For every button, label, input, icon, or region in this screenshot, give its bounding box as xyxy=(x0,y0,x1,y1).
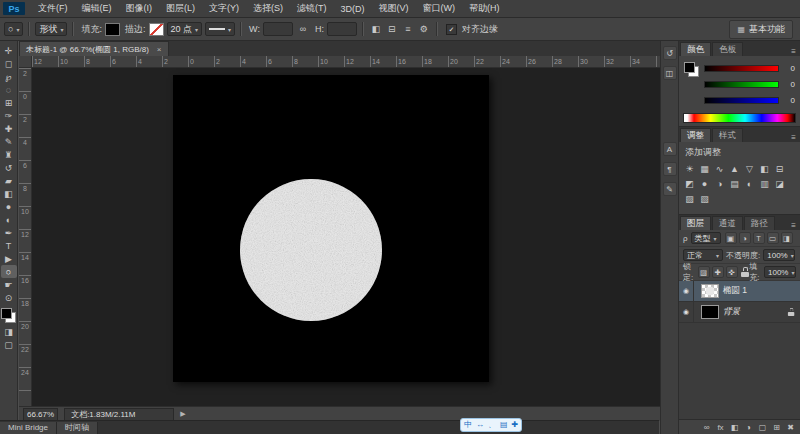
path-arrangement-icon[interactable]: ≡ xyxy=(401,22,415,36)
menu-image[interactable]: 图像(I) xyxy=(119,0,160,17)
new-group-icon[interactable]: ▢ xyxy=(758,423,767,432)
character-panel-icon[interactable]: A xyxy=(663,142,677,156)
foreground-background-swatch[interactable] xyxy=(684,62,699,77)
width-input[interactable] xyxy=(263,22,293,36)
filter-smart-objects-icon[interactable]: ◨ xyxy=(781,232,793,244)
opacity-dropdown[interactable]: 100% ▾ xyxy=(763,249,795,261)
eraser-tool[interactable]: ▰ xyxy=(1,174,17,187)
quick-selection-tool[interactable]: ◌ xyxy=(1,83,17,96)
layer-thumbnail[interactable] xyxy=(701,284,719,298)
quick-mask-icon[interactable]: ◨ xyxy=(1,325,17,338)
blend-mode-dropdown[interactable]: 正常 ▾ xyxy=(683,249,723,261)
tab-channels[interactable]: 通道 xyxy=(712,216,743,230)
menu-window[interactable]: 窗口(W) xyxy=(416,0,463,17)
new-layer-icon[interactable]: ⊞ xyxy=(772,423,781,432)
layer-row-ellipse[interactable]: ◉ 椭圆 1 xyxy=(679,281,800,302)
menu-3d[interactable]: 3D(D) xyxy=(334,0,372,17)
hue-saturation-icon[interactable]: ◧ xyxy=(758,162,771,175)
visibility-eye-icon[interactable]: ◉ xyxy=(683,287,689,295)
height-input[interactable] xyxy=(327,22,357,36)
ime-settings-icon[interactable]: ✚ xyxy=(512,421,519,429)
noisy-ellipse-shape[interactable] xyxy=(239,178,383,322)
blur-tool[interactable]: ● xyxy=(1,200,17,213)
black-white-icon[interactable]: ◩ xyxy=(683,177,696,190)
stroke-width-dropdown[interactable]: 20 点 ▾ xyxy=(167,22,203,36)
photo-filter-icon[interactable]: ● xyxy=(698,177,711,190)
zoom-level-field[interactable]: 66.67% xyxy=(23,408,58,421)
eyedropper-tool[interactable]: ✑ xyxy=(1,109,17,122)
marquee-tool[interactable]: ◻ xyxy=(1,57,17,70)
fill-opacity-dropdown[interactable]: 100% ▾ xyxy=(764,266,796,278)
workspace-switcher[interactable]: ▦ 基本功能 xyxy=(729,20,793,39)
visibility-eye-icon[interactable]: ◉ xyxy=(683,308,689,316)
channel-mixer-icon[interactable]: ◑ xyxy=(713,177,726,190)
history-brush-tool[interactable]: ↺ xyxy=(1,161,17,174)
fill-swatch[interactable] xyxy=(105,23,120,36)
layer-style-icon[interactable]: fx xyxy=(716,423,725,432)
layer-mask-icon[interactable]: ◧ xyxy=(730,423,739,432)
canvas[interactable] xyxy=(173,75,489,382)
tool-preset-picker[interactable]: ○ ▾ xyxy=(4,22,23,36)
color-lookup-icon[interactable]: ▤ xyxy=(728,177,741,190)
link-dimensions-icon[interactable]: ∞ xyxy=(296,22,310,36)
menu-file[interactable]: 文件(F) xyxy=(31,0,75,17)
filter-type-dropdown[interactable]: 类型 ▾ xyxy=(691,232,721,244)
screen-mode-icon[interactable]: ▢ xyxy=(1,338,17,351)
menu-filter[interactable]: 滤镜(T) xyxy=(290,0,334,17)
lock-all-icon[interactable] xyxy=(741,267,747,277)
lock-pixels-icon[interactable]: ✚ xyxy=(712,266,724,278)
ellipse-tool[interactable]: ○ xyxy=(1,265,17,278)
link-layers-icon[interactable]: ∞ xyxy=(702,423,711,432)
gradient-tool[interactable]: ◧ xyxy=(1,187,17,200)
vibrance-icon[interactable]: ▽ xyxy=(743,162,756,175)
gradient-map-icon[interactable]: ▨ xyxy=(683,192,696,205)
menu-help[interactable]: 帮助(H) xyxy=(462,0,507,17)
tab-layers[interactable]: 图层 xyxy=(680,216,711,230)
crop-tool[interactable]: ⊞ xyxy=(1,96,17,109)
status-arrow-icon[interactable]: ▶ xyxy=(180,410,185,418)
layer-thumbnail[interactable] xyxy=(701,305,719,319)
stroke-swatch[interactable] xyxy=(149,23,164,36)
foreground-color-swatch[interactable] xyxy=(1,308,12,319)
invert-icon[interactable]: ◐ xyxy=(743,177,756,190)
pen-tool[interactable]: ✒ xyxy=(1,226,17,239)
ruler-corner[interactable] xyxy=(19,56,32,68)
delete-layer-icon[interactable]: ✖ xyxy=(786,423,795,432)
gear-icon[interactable]: ⚙ xyxy=(417,22,431,36)
panel-menu-icon[interactable]: ≡ xyxy=(791,133,800,142)
close-icon[interactable]: × xyxy=(157,45,162,54)
layer-row-background[interactable]: ◉ 背景 xyxy=(679,302,800,323)
layer-name[interactable]: 背景 xyxy=(723,306,740,318)
lock-transparency-icon[interactable]: ▨ xyxy=(698,266,710,278)
selective-color-icon[interactable]: ▧ xyxy=(698,192,711,205)
filter-shape-layers-icon[interactable]: ▭ xyxy=(767,232,779,244)
levels-icon[interactable]: ▦ xyxy=(698,162,711,175)
tab-styles[interactable]: 样式 xyxy=(712,128,743,142)
foreground-background-colors[interactable] xyxy=(1,308,16,323)
adjustment-layer-icon[interactable]: ◑ xyxy=(744,423,753,432)
lasso-tool[interactable]: ℘ xyxy=(1,70,17,83)
menu-layer[interactable]: 图层(L) xyxy=(159,0,202,17)
red-slider[interactable] xyxy=(704,65,779,72)
pasteboard[interactable] xyxy=(32,68,660,406)
dodge-tool[interactable]: ◐ xyxy=(1,213,17,226)
color-balance-icon[interactable]: ⊟ xyxy=(773,162,786,175)
ime-width-mode-icon[interactable]: ↔ xyxy=(476,421,484,429)
threshold-icon[interactable]: ◪ xyxy=(773,177,786,190)
lock-position-icon[interactable]: ✜ xyxy=(726,266,738,278)
menu-view[interactable]: 视图(V) xyxy=(372,0,416,17)
brush-tool[interactable]: ✎ xyxy=(1,135,17,148)
menu-select[interactable]: 选择(S) xyxy=(246,0,290,17)
exposure-icon[interactable]: ▲ xyxy=(728,162,741,175)
filter-pixel-layers-icon[interactable]: ▣ xyxy=(725,232,737,244)
history-panel-icon[interactable]: ↺ xyxy=(663,46,677,60)
green-slider[interactable] xyxy=(704,81,779,88)
curves-icon[interactable]: ∿ xyxy=(713,162,726,175)
filter-type-layers-icon[interactable]: T xyxy=(753,232,765,244)
hand-tool[interactable]: ☛ xyxy=(1,278,17,291)
clone-stamp-tool[interactable]: ♜ xyxy=(1,148,17,161)
tool-mode-dropdown[interactable]: 形状 ▾ xyxy=(35,22,67,36)
filter-search-icon[interactable]: ρ xyxy=(683,234,688,243)
zoom-tool[interactable]: ⊙ xyxy=(1,291,17,304)
panel-menu-icon[interactable]: ≡ xyxy=(791,47,800,56)
